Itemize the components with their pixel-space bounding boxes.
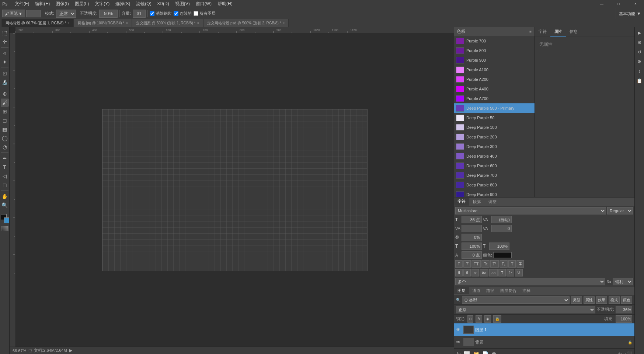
tab-0-close[interactable]: ×	[67, 21, 70, 25]
tab-paragraph[interactable]: 段落	[469, 198, 485, 205]
tool-zoom[interactable]: 🔍	[1, 201, 9, 209]
right-icon-3[interactable]: ⚙	[636, 58, 644, 66]
font-size-input[interactable]	[462, 216, 482, 223]
lig-aa2[interactable]: aa	[489, 269, 498, 276]
tab-3[interactable]: 定义网格背景.psd @ 500% (形状 2, RGB/8) * ×	[203, 19, 289, 27]
filter-color[interactable]: 颜色	[621, 296, 632, 304]
swatch-item-3[interactable]: Purple A100	[454, 65, 535, 75]
tool-crop[interactable]: ⊡	[1, 69, 9, 78]
scale-input[interactable]	[462, 234, 482, 241]
new-layer-button[interactable]: 📄	[481, 350, 489, 354]
layer-type-filter[interactable]: Q 类型	[462, 296, 570, 304]
swatch-item-0[interactable]: Purple 700	[454, 36, 535, 46]
layer-row-1[interactable]: 👁 背景 🔒	[454, 336, 634, 348]
tool-eyedropper[interactable]: 🔬	[1, 78, 9, 86]
filter-type[interactable]: 类型	[571, 296, 582, 304]
opacity-input[interactable]	[616, 306, 632, 313]
tab-2-close[interactable]: ×	[197, 21, 199, 25]
tool-blur[interactable]: ◯	[1, 134, 9, 142]
style-bold[interactable]: T	[455, 260, 463, 268]
layer-row-0[interactable]: 👁 图层 1	[454, 323, 634, 336]
add-mask-button[interactable]: ⬜	[463, 350, 471, 354]
right-icon-2[interactable]: ↺	[636, 48, 644, 56]
right-icon-0[interactable]: ▶	[636, 29, 644, 37]
tab-xinxi[interactable]: 信息	[566, 27, 581, 37]
tool-brush[interactable]: 🖌	[1, 99, 9, 107]
tool-lasso[interactable]: ⌾	[1, 49, 9, 57]
tab-shuxing[interactable]: 属性	[550, 27, 566, 37]
swatch-item-14[interactable]: Deep Purple 700	[454, 171, 535, 180]
swatch-item-4[interactable]: Purple A200	[454, 75, 535, 84]
style-underline[interactable]: T	[508, 260, 516, 268]
swatch-menu[interactable]: ≡	[529, 30, 532, 34]
tool-dodge[interactable]: ◔	[1, 143, 9, 151]
tab-3-close[interactable]: ×	[282, 21, 285, 25]
tool-gradient[interactable]: ▦	[1, 125, 9, 133]
tab-character[interactable]: 字符	[454, 198, 469, 206]
tool-marquee[interactable]: ⬚	[1, 29, 9, 37]
swatch-item-16[interactable]: Deep Purple 900	[454, 190, 535, 197]
blend-mode-select[interactable]: 正常	[456, 306, 595, 313]
tool-eraser[interactable]: ◻	[1, 116, 9, 124]
menu-3d[interactable]: 3D(D)	[154, 0, 172, 7]
new-group-button[interactable]: 📁	[472, 350, 480, 354]
lig-t[interactable]: T	[498, 269, 506, 276]
text-color-swatch[interactable]	[493, 252, 512, 258]
filter-mode[interactable]: 模式	[609, 296, 620, 304]
tab-1[interactable]: 网格.jpg @ 100%(RGB/8#) * ×	[74, 19, 132, 27]
swatch-item-5[interactable]: Purple A400	[454, 84, 535, 94]
font-family-select[interactable]: Multicolore	[455, 207, 606, 214]
language-select[interactable]: 多个	[455, 278, 605, 285]
lig-aa[interactable]: Aa	[480, 269, 488, 276]
tool-spot-heal[interactable]: ⊕	[1, 90, 9, 98]
tool-text[interactable]: T	[1, 163, 9, 171]
foreground-color[interactable]	[1, 214, 9, 222]
fill-input[interactable]	[616, 315, 632, 323]
lock-all[interactable]: 🔒	[493, 315, 501, 323]
antialiasing-select[interactable]: 锐利	[613, 278, 633, 285]
swatch-item-6[interactable]: Purple A700	[454, 94, 535, 103]
tab-1-close[interactable]: ×	[126, 21, 128, 25]
tool-path-select[interactable]: ◁	[1, 172, 9, 180]
swatch-item-9[interactable]: Deep Purple 100	[454, 123, 535, 132]
tool-shape[interactable]: ◻	[1, 181, 9, 189]
lig-fi2[interactable]: fi	[463, 269, 471, 276]
style-super[interactable]: T¹	[490, 260, 498, 268]
style-smallcaps[interactable]: Tt	[481, 260, 490, 268]
window-controls[interactable]: — □ ×	[593, 0, 644, 8]
swatch-item-10[interactable]: Deep Purple 200	[454, 132, 535, 142]
minimize-button[interactable]: —	[593, 0, 610, 8]
layer-1-eye[interactable]: 👁	[456, 340, 462, 345]
layer-0-eye[interactable]: 👁	[456, 327, 462, 332]
tool-pen[interactable]: ✒	[1, 154, 9, 162]
menu-edit[interactable]: 编辑(E)	[32, 0, 53, 8]
tab-layers[interactable]: 图层	[454, 287, 469, 294]
swatch-item-7[interactable]: Deep Purple 500 - Primary	[454, 103, 535, 113]
swatch-item-13[interactable]: Deep Purple 600	[454, 161, 535, 171]
flow-input[interactable]	[133, 10, 146, 18]
swatch-item-15[interactable]: Deep Purple 800	[454, 180, 535, 190]
tab-notes[interactable]: 注释	[519, 287, 533, 294]
menu-help[interactable]: 帮助(H)	[215, 0, 236, 8]
menu-type[interactable]: 文字(Y)	[92, 0, 112, 8]
menu-select[interactable]: 选择(S)	[112, 0, 133, 8]
menu-image[interactable]: 图像(I)	[53, 0, 72, 8]
swatch-item-1[interactable]: Purple 800	[454, 46, 535, 55]
tab-ziti[interactable]: 字符	[535, 27, 550, 37]
opacity-input[interactable]	[99, 10, 118, 18]
menu-window[interactable]: 窗口(W)	[193, 0, 215, 8]
hscale-input[interactable]	[462, 243, 482, 250]
menu-file[interactable]: 文件(F)	[12, 0, 32, 8]
tool-hand[interactable]: ✋	[1, 192, 9, 200]
brush-size-preview[interactable]	[26, 10, 41, 17]
right-icon-1[interactable]: ⊕	[636, 38, 644, 47]
tab-adjust[interactable]: 调整	[485, 198, 500, 205]
right-icon-5[interactable]: 📋	[636, 77, 644, 85]
font-style-select[interactable]: Regular	[607, 207, 633, 214]
lig-1[interactable]: 1¹	[507, 269, 514, 276]
tab-2[interactable]: 定义图案 @ 500% (形状 1, RGB/8) * ×	[132, 19, 203, 27]
lock-pixel[interactable]: □	[467, 315, 473, 323]
menu-layer[interactable]: 图层(L)	[72, 0, 92, 8]
maximize-button[interactable]: □	[610, 0, 627, 8]
tool-move[interactable]: ✛	[1, 38, 9, 46]
